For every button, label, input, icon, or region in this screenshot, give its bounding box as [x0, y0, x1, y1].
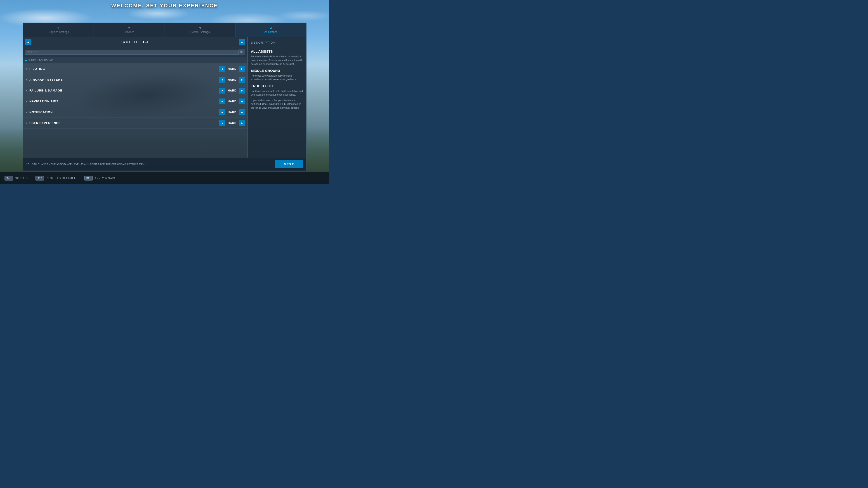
expand-icon: ▼ — [25, 100, 28, 103]
search-button[interactable]: 🔍 — [239, 49, 245, 55]
search-bar: 🔍 — [23, 47, 247, 57]
category-controls: ◄ HARD ► — [219, 66, 245, 72]
category-controls: ◄ HARD ► — [219, 88, 245, 94]
keyboard-bar: Esc GO BACK F12 RESET TO DEFAULTS F11 AP… — [0, 172, 329, 184]
keyboard-shortcut: F11 APPLY & SAVE — [84, 176, 116, 181]
expand-icon: ▼ — [25, 111, 28, 113]
steps-bar: 1 Graphics Settings 2 Services 3 Control… — [23, 23, 306, 37]
step-2[interactable]: 2 Services — [94, 23, 165, 37]
desc-section-text: If you wish to customize your Assistance… — [251, 98, 303, 110]
category-name: FAILURE & DAMAGE — [29, 89, 219, 92]
category-row[interactable]: ▼ NOTIFICATION ◄ HARD ► — [23, 107, 247, 118]
right-panel: DESCRIPTION ALL ASSISTSFor those new to … — [248, 37, 306, 158]
desc-section-text: For those comfortable with flight simula… — [251, 89, 303, 97]
key-label: APPLY & SAVE — [94, 177, 116, 180]
category-row[interactable]: ▼ PILOTING ◄ HARD ► — [23, 64, 247, 74]
footer-note: YOU CAN CHANGE YOUR ASSISTANCE LEVEL AT … — [26, 163, 275, 166]
content-area: ◄ TRUE TO LIFE ► 🔍 ▶ 0 RESULT(S) FOUND ▼… — [23, 37, 306, 158]
step-3-number: 3 — [199, 26, 201, 30]
step-1[interactable]: 1 Graphics Settings — [23, 23, 94, 37]
category-row[interactable]: ▼ AIRCRAFT SYSTEMS ◄ HARD ► — [23, 74, 247, 85]
search-input[interactable] — [25, 50, 239, 55]
desc-section-title: MIDDLE-GROUND — [251, 69, 303, 72]
desc-section-title: TRUE TO LIFE — [251, 84, 303, 88]
category-list: ▼ PILOTING ◄ HARD ► ▼ AIRCRAFT SYSTEMS ◄… — [23, 64, 247, 158]
category-value: HARD — [226, 111, 238, 114]
category-prev-button[interactable]: ◄ — [219, 77, 225, 83]
step-3[interactable]: 3 Control Settings — [165, 23, 236, 37]
expand-icon: ▼ — [25, 78, 28, 81]
left-panel: ◄ TRUE TO LIFE ► 🔍 ▶ 0 RESULT(S) FOUND ▼… — [23, 37, 248, 158]
category-row[interactable]: ▼ NAVIGATION AIDS ◄ HARD ► — [23, 96, 247, 107]
results-arrow-icon: ▶ — [25, 59, 27, 62]
category-next-button[interactable]: ► — [239, 77, 245, 83]
category-value: HARD — [226, 100, 238, 103]
category-value: HARD — [226, 122, 238, 125]
category-next-button[interactable]: ► — [239, 88, 245, 94]
category-row[interactable]: ▼ FAILURE & DAMAGE ◄ HARD ► — [23, 85, 247, 96]
expand-icon: ▼ — [25, 122, 28, 125]
category-name: NAVIGATION AIDS — [29, 100, 219, 103]
step-4-label: Assistance — [265, 31, 278, 34]
page-title: WELCOME, SET YOUR EXPERIENCE — [0, 3, 329, 8]
key-badge: F11 — [84, 176, 93, 181]
next-mode-button[interactable]: ► — [239, 39, 245, 45]
key-label: RESET TO DEFAULTS — [46, 177, 78, 180]
step-2-number: 2 — [128, 26, 130, 30]
expand-icon: ▼ — [25, 68, 28, 70]
key-badge: Esc — [4, 176, 13, 181]
category-value: HARD — [226, 78, 238, 81]
category-next-button[interactable]: ► — [239, 109, 245, 115]
category-name: AIRCRAFT SYSTEMS — [29, 78, 219, 81]
category-prev-button[interactable]: ◄ — [219, 66, 225, 72]
desc-section-text: For those new to flight simulation or wa… — [251, 55, 303, 66]
expand-icon: ▼ — [25, 89, 28, 92]
keyboard-shortcut: F12 RESET TO DEFAULTS — [35, 176, 78, 181]
results-text: 0 RESULT(S) FOUND — [29, 59, 53, 62]
desc-section-title: ALL ASSISTS — [251, 50, 303, 53]
step-4-number: 4 — [270, 26, 272, 30]
category-name: USER EXPERIENCE — [29, 121, 219, 125]
category-value: HARD — [226, 89, 238, 92]
main-dialog: 1 Graphics Settings 2 Services 3 Control… — [23, 23, 307, 171]
category-prev-button[interactable]: ◄ — [219, 109, 225, 115]
description-header: DESCRIPTION — [251, 41, 303, 46]
category-controls: ◄ HARD ► — [219, 120, 245, 126]
step-3-label: Control Settings — [190, 31, 210, 34]
category-prev-button[interactable]: ◄ — [219, 120, 225, 126]
category-next-button[interactable]: ► — [239, 120, 245, 126]
next-button[interactable]: NEXT — [275, 160, 303, 168]
category-value: HARD — [226, 67, 238, 70]
category-controls: ◄ HARD ► — [219, 109, 245, 115]
results-found: ▶ 0 RESULT(S) FOUND — [23, 57, 247, 64]
panel-header: ◄ TRUE TO LIFE ► — [23, 37, 247, 47]
dialog-footer: YOU CAN CHANGE YOUR ASSISTANCE LEVEL AT … — [23, 158, 306, 170]
step-4[interactable]: 4 Assistance — [236, 23, 306, 37]
step-1-number: 1 — [57, 26, 59, 30]
category-controls: ◄ HARD ► — [219, 77, 245, 83]
category-row[interactable]: ▼ USER EXPERIENCE ◄ HARD ► — [23, 118, 247, 129]
category-name: PILOTING — [29, 67, 219, 70]
mode-title: TRUE TO LIFE — [31, 40, 239, 44]
keyboard-shortcut: Esc GO BACK — [4, 176, 29, 181]
category-next-button[interactable]: ► — [239, 66, 245, 72]
category-next-button[interactable]: ► — [239, 98, 245, 104]
key-label: GO BACK — [15, 177, 29, 180]
desc-section-text: For those who want a mostly-realistic ex… — [251, 74, 303, 81]
prev-mode-button[interactable]: ◄ — [25, 39, 31, 45]
key-badge: F12 — [35, 176, 44, 181]
category-prev-button[interactable]: ◄ — [219, 98, 225, 104]
category-prev-button[interactable]: ◄ — [219, 88, 225, 94]
category-controls: ◄ HARD ► — [219, 98, 245, 104]
step-2-label: Services — [124, 31, 134, 34]
step-1-label: Graphics Settings — [48, 31, 69, 34]
category-name: NOTIFICATION — [29, 110, 219, 114]
